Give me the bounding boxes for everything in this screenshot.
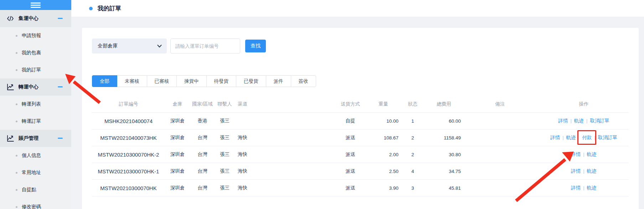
cell-actions: 詳情|軌迹 (539, 151, 628, 158)
action-separator: | (583, 168, 584, 174)
cell-actions: 詳情|軌迹|取消訂單 (539, 118, 628, 124)
bullet-dot-icon (16, 35, 17, 37)
chevron-down-icon (157, 45, 162, 48)
detail-link[interactable]: 詳情 (550, 135, 560, 140)
detail-link[interactable]: 詳情 (571, 185, 581, 190)
detail-link[interactable]: 詳情 (571, 168, 581, 174)
cell-status: 1 (398, 118, 427, 124)
sidebar-item-change-password[interactable]: 修改密碼 (0, 198, 71, 209)
table-row: MSTW20210300070HK 深圳倉 台灣 張三 海快 派送 3.90 3… (92, 180, 629, 197)
table-row: MSTW20210300070HK-2 深圳倉 台灣 張三 海快 派送 2.00… (92, 146, 629, 163)
tab-dispatch[interactable]: 派件 (266, 75, 291, 87)
tab-shipped[interactable]: 已發貨 (236, 75, 266, 87)
page-title: 我的訂單 (98, 5, 121, 12)
cell-delivery: 派送 (333, 151, 368, 158)
sidebar-item-common-address[interactable]: 常用地址 (0, 164, 71, 181)
cell-contact: 張三 (215, 118, 235, 124)
cell-region: 台灣 (190, 134, 215, 141)
sidebar: 集運中心 申請預報 我的包裹 我的訂單 轉運中心 轉運列表 轉運訂單 (0, 0, 71, 209)
cell-weight: 2.50 (368, 169, 398, 174)
pay-link[interactable]: 付款 (582, 135, 592, 140)
cell-warehouse: 深圳倉 (165, 168, 190, 174)
sidebar-item-my-packages[interactable]: 我的包裹 (0, 44, 71, 61)
sidebar-item-my-orders[interactable]: 我的訂單 (0, 61, 71, 78)
cell-total: 45.81 (427, 185, 461, 191)
col-header-contact: 聯繫人 (215, 101, 235, 107)
collapse-minus-icon[interactable] (58, 18, 63, 19)
cancel-order-link[interactable]: 取消訂單 (598, 135, 617, 140)
action-separator: | (583, 185, 584, 190)
cell-total: 34.75 (427, 169, 461, 174)
sidebar-item-transfer-orders[interactable]: 轉運訂單 (0, 113, 71, 130)
cell-order-no: MSTW20210300070HK-2 (92, 152, 165, 158)
sidebar-section-consolidation[interactable]: 集運中心 (0, 10, 71, 27)
cell-order-no: MSHK20210400074 (92, 118, 165, 124)
cell-warehouse: 深圳倉 (165, 118, 190, 124)
cell-delivery: 派送 (333, 134, 368, 141)
cell-region: 台灣 (190, 185, 215, 191)
cell-contact: 張三 (215, 185, 235, 191)
track-link[interactable]: 軌迹 (566, 135, 576, 140)
chart-icon (6, 134, 14, 142)
sidebar-item-label: 轉運列表 (22, 101, 41, 107)
action-separator: | (562, 135, 564, 140)
action-separator: | (578, 135, 580, 140)
sidebar-item-pickup-point[interactable]: 自提點 (0, 181, 71, 198)
col-header-warehouse: 倉庫 (165, 101, 190, 107)
sidebar-section-transfer[interactable]: 轉運中心 (0, 78, 71, 96)
tab-all[interactable]: 全部 (92, 75, 117, 87)
sidebar-item-label: 自提點 (22, 187, 36, 193)
cell-warehouse: 深圳倉 (165, 185, 190, 191)
cell-contact: 張三 (215, 134, 235, 141)
sidebar-item-label: 申請預報 (22, 32, 41, 39)
bullet-dot-icon (16, 121, 17, 122)
bullet-dot-icon (16, 172, 17, 174)
action-separator: | (586, 118, 588, 123)
detail-link[interactable]: 詳情 (558, 118, 568, 123)
tab-unreviewed[interactable]: 未審核 (117, 75, 147, 87)
order-number-input[interactable] (170, 39, 240, 53)
cell-warehouse: 深圳倉 (165, 134, 190, 141)
cell-actions: 詳情|軌迹 (539, 168, 628, 174)
cancel-order-link[interactable]: 取消訂單 (590, 118, 609, 123)
table-header-row: 訂單編号 倉庫 國家/區域 聯繫人 渠道 送貨方式 重量 狀态 總費用 備注 操… (92, 96, 629, 113)
col-header-order-no: 訂單編号 (92, 101, 165, 107)
track-link[interactable]: 軌迹 (587, 168, 597, 174)
cell-channel: 海快 (235, 168, 251, 174)
code-icon (6, 15, 14, 22)
track-link[interactable]: 軌迹 (587, 152, 597, 157)
sidebar-item-personal-info[interactable]: 個人信息 (0, 147, 71, 164)
cell-delivery: 自提 (333, 118, 368, 124)
search-button[interactable]: 查找 (245, 40, 266, 52)
cell-actions: 詳情|軌迹 (539, 185, 628, 191)
sidebar-item-transfer-list[interactable]: 轉運列表 (0, 96, 71, 113)
track-link[interactable]: 軌迹 (574, 118, 584, 123)
detail-link[interactable]: 詳情 (571, 152, 581, 157)
warehouse-select[interactable]: 全部倉庫 (92, 39, 167, 53)
cell-warehouse: 深圳倉 (165, 151, 190, 158)
cell-weight: 108.67 (368, 135, 398, 141)
cell-region: 香港 (190, 118, 215, 124)
sidebar-collapse-toggle[interactable] (0, 0, 71, 10)
tab-signed[interactable]: 簽收 (291, 75, 316, 87)
action-separator: | (594, 135, 596, 140)
cell-status: 2 (398, 135, 427, 141)
cell-total: 60.00 (427, 118, 461, 124)
col-header-channel: 渠道 (235, 101, 251, 107)
tab-reviewed[interactable]: 已審核 (147, 75, 177, 87)
cell-status: 2 (398, 152, 427, 157)
track-link[interactable]: 軌迹 (587, 185, 597, 190)
sidebar-section-label: 轉運中心 (19, 84, 38, 90)
collapse-minus-icon[interactable] (58, 138, 63, 139)
sidebar-item-apply-forecast[interactable]: 申請預報 (0, 27, 71, 44)
sidebar-section-label: 賬戶管理 (19, 135, 38, 142)
cell-channel: 海快 (235, 151, 251, 158)
collapse-minus-icon[interactable] (58, 86, 63, 87)
sidebar-item-label: 我的訂單 (22, 67, 41, 73)
sidebar-section-account[interactable]: 賬戶管理 (0, 130, 71, 147)
tab-pending-shipment[interactable]: 待發貨 (206, 75, 237, 87)
cell-contact: 張三 (215, 168, 235, 174)
tab-picking[interactable]: 揀貨中 (176, 75, 207, 87)
table-row: MSHK20210400074 深圳倉 香港 張三 自提 10.00 1 60.… (92, 113, 629, 129)
bullet-dot-icon (16, 206, 17, 208)
